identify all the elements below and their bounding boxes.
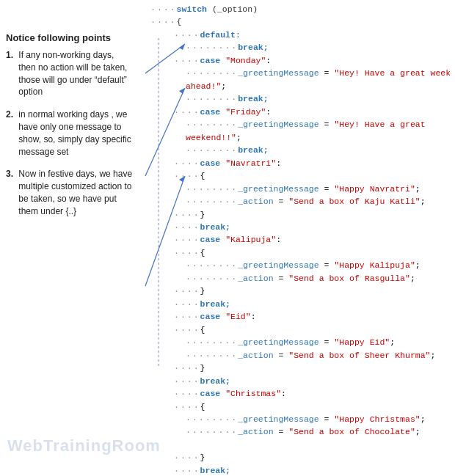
notice-text-3: Now in festive days, we have multiple cu… [18, 168, 132, 217]
code-line-christmas: ····case "Christmas": [150, 387, 454, 400]
main-container: Notice following points 1. If any non-wo… [0, 0, 455, 476]
notice-num-3: 3. [6, 168, 13, 180]
code-line-friday: ····case "Friday": [150, 106, 454, 118]
code-line-monday: ····case "Monday": [150, 54, 454, 67]
code-line-kali-open: ····{ [150, 246, 454, 259]
code-line-friday-msg: ········_greetingMessage = "Hey! Have a … [150, 118, 454, 144]
code-line-break7: ····break; [150, 464, 454, 476]
code-line-kalipuja: ····case "Kalipuja": [150, 233, 454, 246]
code-line-break3: ········break; [150, 144, 454, 156]
code-line-switch: ····switch (_option) [150, 3, 454, 15]
code-line-break6: ····break; [150, 375, 454, 387]
code-line-kali-action: ········_action = "Send a box of Rasgull… [150, 272, 454, 285]
watermark: WebTrainingRoom [7, 436, 161, 455]
code-line-default: ····default: [150, 29, 454, 41]
code-line-eid-msg: ········_greetingMessage = "Happy Eid"; [150, 336, 454, 348]
code-line-nav-open: ····{ [150, 169, 454, 182]
code-line-blank [150, 439, 454, 451]
left-panel: Notice following points 1. If any non-wo… [6, 32, 149, 228]
code-line-break2: ········break; [150, 92, 454, 105]
code-line-break1: ········break; [150, 41, 454, 54]
code-line-break5: ····break; [150, 298, 454, 310]
notice-text-1: If any non-working days, then no action … [18, 49, 132, 98]
code-line-kali-close: ····} [150, 285, 454, 297]
code-line-xmas-msg: ········_greetingMessage = "Happy Christ… [150, 413, 454, 425]
code-line-nav-msg: ········_greetingMessage = "Happy Navrat… [150, 183, 454, 195]
notice-heading: Notice following points [6, 32, 149, 43]
code-line-xmas-open: ····{ [150, 400, 454, 413]
code-line-monday-msg: ········_greetingMessage = "Hey! Have a … [150, 67, 454, 92]
code-line-eid-close: ····} [150, 362, 454, 374]
code-line-xmas-close: ····} [150, 451, 454, 464]
notice-item-2: 2. in normal working days , we have only… [6, 109, 149, 158]
code-line-eid-action: ········_action = "Send a box of Sheer K… [150, 349, 454, 362]
notice-num-2: 2. [6, 109, 13, 121]
code-block: ····switch (_option) ····{ ····default: … [150, 3, 454, 447]
notice-text-2: in normal working days , we have only on… [18, 109, 132, 158]
code-line-nav-action: ········_action = "Send a box of Kaju Ka… [150, 195, 454, 208]
code-line-navratri: ····case "Navratri": [150, 157, 454, 169]
code-line-break4: ····break; [150, 221, 454, 233]
notice-list: 1. If any non-working days, then no acti… [6, 49, 149, 218]
code-line-kali-msg: ········_greetingMessage = "Happy Kalipu… [150, 259, 454, 271]
notice-num-1: 1. [6, 49, 13, 62]
code-line-open1: ····{ [150, 15, 454, 28]
code-line-nav-close: ····} [150, 208, 454, 221]
code-line-eid-open: ····{ [150, 323, 454, 336]
notice-item-3: 3. Now in festive days, we have multiple… [6, 168, 149, 217]
code-line-xmas-action: ········_action = "Send a box of Chocola… [150, 425, 454, 438]
code-line-eid: ····case "Eid": [150, 310, 454, 323]
notice-item-1: 1. If any non-working days, then no acti… [6, 49, 149, 98]
